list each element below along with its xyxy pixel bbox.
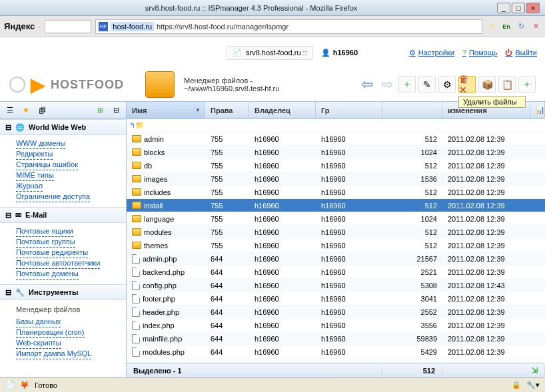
sidebar-item[interactable]: Почтовые ящики [16,226,73,237]
sidebar-item[interactable]: Почтовые домены [16,268,79,280]
copy-tab-icon[interactable]: 🗐 [36,104,48,116]
table-row[interactable]: modules 755 h16960 h16960 512 2011.02.08… [127,226,545,239]
stop-icon[interactable]: ✕ [530,21,541,32]
col-perm[interactable]: Права [205,102,249,118]
exit-link[interactable]: ⏻Выйти [505,49,537,57]
list-tab-icon[interactable]: ☰ [4,104,16,116]
table-row[interactable]: language 755 h16960 h16960 1024 2011.02.… [127,212,545,226]
sidebar-item[interactable]: Почтовые редиректы [16,247,88,258]
table-row[interactable]: index.php 644 h16960 h16960 3556 2011.02… [127,319,545,332]
table-row[interactable]: install 755 h16960 h16960 512 2011.02.08… [127,199,545,212]
file-date: 2011.02.08 12:39 [442,242,545,250]
collapse-icon[interactable]: ⊟ [110,104,122,116]
table-row[interactable]: header.php 644 h16960 h16960 2552 2011.0… [127,305,545,319]
file-date: 2011.02.08 12:39 [442,162,545,170]
window-titlebar: srv8.host-food.ru :: ISPmanager 4.3 Prof… [0,0,545,16]
delete-button[interactable]: 🗑✕ [458,76,476,93]
up-folder[interactable]: ↰📁 [127,119,545,132]
power-icon: ⏻ [505,49,512,57]
yandex-label[interactable]: Яндекс [4,21,35,31]
forward-button[interactable]: ⇨ [378,76,396,93]
table-row[interactable]: config.php 644 h16960 h16960 5308 2011.0… [127,279,545,292]
sidebar-item[interactable]: Почтовые автоответчики [16,258,100,269]
url-bar[interactable]: HF host-food.ru https://srv8.host-food.r… [95,19,482,34]
file-perm: 644 [205,308,249,316]
server-tab[interactable]: 📄 srv8.host-food.ru :: [227,46,313,60]
sidebar-item[interactable]: Страницы ошибок [16,159,78,170]
sidebar-section-header[interactable]: ⊟🔧Инструменты [0,284,126,300]
sidebar-item[interactable]: Почтовые группы [16,236,75,248]
file-group: h16960 [316,255,382,263]
table-row[interactable]: footer.php 644 h16960 h16960 3041 2011.0… [127,292,545,305]
file-date: 2011.02.08 12:39 [442,335,545,343]
props-button[interactable]: ⚙ [438,76,456,93]
star-tab-icon[interactable]: ★ [20,104,32,116]
table-row[interactable]: backend.php 644 h16960 h16960 2521 2011.… [127,266,545,279]
minimize-button[interactable]: _ [497,3,510,13]
browser-status-bar: 📄 🦊 Готово 🔒 🔧▾ [0,377,545,392]
sidebar-item[interactable]: Планировщик (cron) [16,327,85,338]
expand-icon[interactable]: ⊞ [94,104,106,116]
table-row[interactable]: db 755 h16960 h16960 512 2011.02.08 12:3… [127,159,545,172]
folder-icon [132,148,141,156]
sidebar-item[interactable]: WWW домены [16,138,65,149]
table-row[interactable]: admin.php 644 h16960 h16960 21567 2011.0… [127,252,545,266]
table-row[interactable]: modules.php 644 h16960 h16960 5429 2011.… [127,345,545,359]
sidebar-item[interactable]: Импорт дампа MySQL [16,348,91,359]
sidebar-item[interactable]: MIME типы [16,170,54,181]
tooltip: Удалить файлы [458,96,526,108]
tool-icon[interactable]: 🔧▾ [526,381,540,389]
file-owner: h16960 [249,148,316,156]
col-group[interactable]: Гр [316,102,382,118]
sidebar-item[interactable]: Редиректы [16,148,53,160]
file-date: 2011.02.08 12:39 [442,135,545,143]
window-title: srv8.host-food.ru :: ISPmanager 4.3 Prof… [5,4,497,12]
sidebar-item[interactable]: Менеджер файлов [16,304,126,315]
new-button[interactable]: ＋ [398,76,416,93]
table-row[interactable]: mainfile.php 644 h16960 h16960 59839 201… [127,332,545,345]
add-file-button[interactable]: ＋ [518,76,536,93]
col-name[interactable]: Имя▼ [127,102,205,118]
file-icon [132,334,140,343]
col-config-icon[interactable]: 📊 [530,102,545,118]
col-size[interactable] [382,102,442,118]
page-icon: 📄 [5,381,15,389]
file-size: 512 [382,202,442,210]
server-icon: 📄 [233,49,242,57]
sidebar-section-header[interactable]: ⊟🌐World Wide Web [0,119,126,135]
file-group: h16960 [316,268,382,276]
file-icon [132,347,140,357]
file-perm: 755 [205,242,249,250]
table-row[interactable]: admin 755 h16960 h16960 512 2011.02.08 1… [127,132,545,146]
sidebar-item[interactable]: Журнал [16,180,43,192]
file-name: db [144,162,152,170]
table-row[interactable]: images 755 h16960 h16960 1536 2011.02.08… [127,172,545,186]
table-row[interactable]: includes 755 h16960 h16960 512 2011.02.0… [127,186,545,199]
star-icon[interactable]: ☆ [486,21,497,32]
gear-icon: ⚙ [409,49,416,57]
reload-icon[interactable]: ↻ [516,21,526,32]
close-button[interactable]: × [526,3,540,13]
table-row[interactable]: themes 755 h16960 h16960 512 2011.02.08 … [127,239,545,252]
settings-link[interactable]: ⚙Настройки [409,49,454,57]
url-host: host-food.ru [111,22,154,31]
col-owner[interactable]: Владелец [249,102,316,118]
help-link[interactable]: ?Помощь [462,49,498,57]
sidebar-item[interactable]: Ограничение доступа [16,191,90,202]
sidebar: ☰ ★ 🗐 ⊞ ⊟ ⊟🌐World Wide WebWWW доменыРеди… [0,102,127,377]
export-icon[interactable]: ⇲ [525,366,545,375]
file-icon [132,294,140,303]
sidebar-item[interactable]: Web-скрипты [16,337,61,349]
sidebar-section-header[interactable]: ⊟✉E-Mail [0,207,126,223]
archive-button[interactable]: 📦 [478,76,496,93]
back-button[interactable]: ⇦ [358,76,376,93]
maximize-button[interactable]: □ [512,3,525,13]
en-indicator[interactable]: En [501,21,512,32]
file-size: 2552 [382,308,442,316]
sidebar-item[interactable]: Базы данных [16,316,61,327]
copy-button[interactable]: 📋 [498,76,516,93]
yandex-search-input[interactable] [45,20,91,33]
edit-button[interactable]: ✎ [418,76,436,93]
file-group: h16960 [316,188,382,196]
table-row[interactable]: blocks 755 h16960 h16960 1024 2011.02.08… [127,146,545,159]
